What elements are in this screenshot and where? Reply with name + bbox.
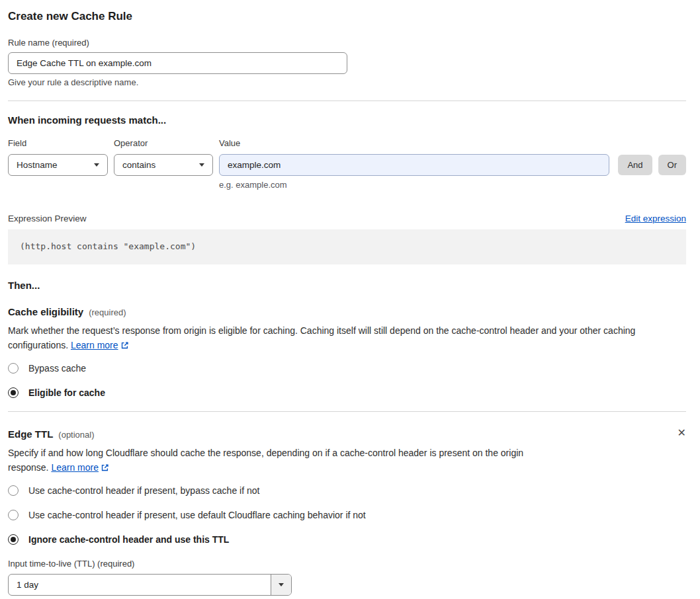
ttl-option-ignore-header[interactable]: Ignore cache-control header and use this… bbox=[8, 534, 686, 545]
field-select[interactable]: Hostname bbox=[8, 154, 108, 176]
section-divider bbox=[8, 411, 686, 412]
cache-eligibility-heading: Cache eligibility bbox=[8, 305, 83, 318]
match-section-heading: When incoming requests match... bbox=[8, 114, 686, 126]
cache-eligibility-description: Mark whether the request’s response from… bbox=[8, 324, 686, 352]
value-column-label: Value bbox=[219, 138, 674, 149]
and-button[interactable]: And bbox=[618, 155, 652, 175]
ttl-input-label: Input time-to-live (TTL) (required) bbox=[8, 559, 686, 569]
expression-preview-label: Expression Preview bbox=[8, 214, 87, 223]
ttl-select[interactable]: 1 day bbox=[8, 574, 292, 596]
chevron-down-icon bbox=[94, 163, 99, 167]
field-select-value: Hostname bbox=[17, 160, 58, 170]
expression-text: (http.host contains "example.com") bbox=[20, 241, 196, 251]
radio-selected-icon[interactable] bbox=[8, 387, 19, 398]
eligible-for-cache-option[interactable]: Eligible for cache bbox=[8, 387, 686, 399]
match-column-labels: Field Operator Value bbox=[8, 138, 686, 149]
field-column-label: Field bbox=[8, 138, 108, 149]
ttl-option-default-if-absent[interactable]: Use cache-control header if present, use… bbox=[8, 509, 686, 521]
operator-select-value: contains bbox=[122, 160, 155, 170]
rule-name-input[interactable] bbox=[8, 52, 347, 74]
ttl-option-bypass-if-absent[interactable]: Use cache-control header if present, byp… bbox=[8, 485, 686, 497]
value-helper: e.g. example.com bbox=[219, 180, 686, 190]
bypass-cache-option[interactable]: Bypass cache bbox=[8, 362, 686, 374]
section-divider bbox=[8, 100, 686, 101]
edge-ttl-description: Specify if and how long Cloudflare shoul… bbox=[8, 446, 558, 475]
edge-ttl-learn-more-link[interactable]: Learn more bbox=[51, 462, 109, 473]
page-title: Create new Cache Rule bbox=[8, 9, 686, 24]
rule-name-label: Rule name (required) bbox=[8, 38, 686, 48]
ttl-select-dropdown-button[interactable] bbox=[271, 575, 291, 595]
close-icon[interactable]: ✕ bbox=[678, 428, 686, 438]
value-input[interactable] bbox=[219, 154, 609, 176]
radio-unselected-icon[interactable] bbox=[8, 510, 19, 520]
operator-select[interactable]: contains bbox=[114, 154, 213, 176]
edge-ttl-heading: Edge TTL bbox=[8, 428, 53, 440]
rule-name-helper: Give your rule a descriptive name. bbox=[8, 77, 686, 88]
cache-eligibility-qualifier: (required) bbox=[89, 307, 126, 317]
external-link-icon bbox=[120, 341, 129, 350]
ttl-select-value: 1 day bbox=[9, 575, 271, 595]
expression-preview-code: (http.host contains "example.com") bbox=[8, 229, 686, 264]
radio-selected-icon[interactable] bbox=[8, 534, 19, 545]
edge-ttl-heading-row: Edge TTL (optional) ✕ bbox=[8, 428, 686, 440]
cache-eligibility-learn-more-link[interactable]: Learn more bbox=[71, 340, 129, 350]
then-heading: Then... bbox=[8, 279, 686, 292]
external-link-icon bbox=[101, 463, 109, 472]
radio-unselected-icon[interactable] bbox=[8, 363, 19, 374]
chevron-down-icon bbox=[199, 163, 204, 167]
edge-ttl-qualifier: (optional) bbox=[58, 430, 94, 440]
expression-preview-row: Expression Preview Edit expression bbox=[8, 214, 686, 223]
edit-expression-link[interactable]: Edit expression bbox=[625, 214, 686, 223]
create-cache-rule-form: Create new Cache Rule Rule name (require… bbox=[0, 0, 700, 599]
match-controls-row: Hostname contains And Or bbox=[8, 154, 686, 176]
or-button[interactable]: Or bbox=[658, 155, 686, 175]
cache-eligibility-heading-row: Cache eligibility (required) bbox=[8, 305, 686, 318]
chevron-down-icon bbox=[279, 583, 284, 586]
radio-unselected-icon[interactable] bbox=[8, 485, 19, 496]
operator-column-label: Operator bbox=[114, 138, 213, 149]
